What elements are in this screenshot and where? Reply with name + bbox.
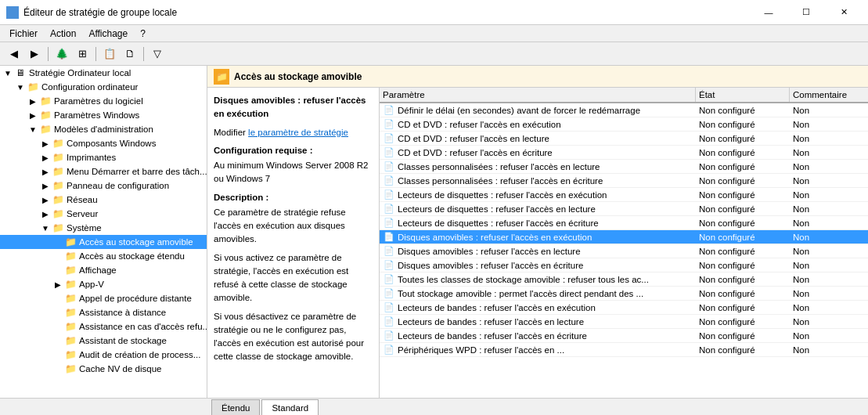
- desc-modify-link[interactable]: le paramètre de stratégie: [248, 128, 348, 137]
- tree-item-affichage[interactable]: 📁 Affichage: [0, 263, 207, 277]
- expander-modeles: ▼: [27, 125, 39, 134]
- policy-row-17[interactable]: 📄Périphériques WPD : refuser l'accès en …: [380, 343, 868, 357]
- tree-item-cache-nv[interactable]: 📁 Cache NV de disque: [0, 362, 207, 376]
- tree-item-root[interactable]: ▼ 🖥 Stratégie Ordinateur local: [0, 66, 207, 80]
- policy-state-2: Non configuré: [696, 132, 790, 145]
- close-button[interactable]: ✕: [826, 5, 862, 20]
- tree-item-audit[interactable]: 📁 Audit de création de process...: [0, 348, 207, 362]
- tab-etendu[interactable]: Étendu: [211, 399, 260, 415]
- policy-comment-15: Non: [790, 315, 868, 328]
- policy-row-7[interactable]: 📄Lecteurs de disquettes : refuser l'accè…: [380, 202, 868, 216]
- policy-list-body[interactable]: 📄Définir le délai (en secondes) avant de…: [380, 103, 868, 398]
- maximize-button[interactable]: ☐: [788, 5, 824, 20]
- grid-button[interactable]: ⊞: [73, 45, 92, 63]
- tree-label-windows: Paramètres Windows: [54, 110, 139, 120]
- app-icon: [6, 6, 19, 19]
- policy-row-11[interactable]: 📄Disques amovibles : refuser l'accès en …: [380, 258, 868, 272]
- tree-item-params-logiciel[interactable]: ▶ 📁 Paramètres du logiciel: [0, 94, 207, 108]
- tree-label-systeme: Système: [67, 223, 102, 233]
- tree-label-panneau: Panneau de configuration: [67, 181, 169, 190]
- back-button[interactable]: ◀: [5, 45, 23, 63]
- folder-icon-appel-proc: 📁: [64, 292, 77, 305]
- tree-item-reseau[interactable]: ▶ 📁 Réseau: [0, 193, 207, 207]
- menu-fichier[interactable]: Fichier: [3, 27, 44, 41]
- expander-reseau: ▶: [39, 196, 52, 204]
- tree-item-composants[interactable]: ▶ 📁 Composants Windows: [0, 136, 207, 150]
- window-controls: — ☐ ✕: [751, 5, 862, 20]
- tab-standard[interactable]: Standard: [261, 399, 319, 415]
- col-header-comment[interactable]: Commentaire: [790, 88, 868, 102]
- tree-item-config-ordinateur[interactable]: ▼ 📁 Configuration ordinateur: [0, 80, 207, 94]
- tree-item-acces-stockage[interactable]: 📁 Accès au stockage amovible: [0, 235, 207, 249]
- tree-item-systeme[interactable]: ▼ 📁 Système: [0, 221, 207, 235]
- policy-row-6[interactable]: 📄Lecteurs de disquettes : refuser l'accè…: [380, 188, 868, 202]
- menu-action[interactable]: Action: [44, 27, 82, 41]
- folder-icon-windows: 📁: [39, 109, 52, 121]
- policy-param-2: 📄CD et DVD : refuser l'accès en lecture: [380, 132, 696, 145]
- menu-affichage[interactable]: Affichage: [82, 27, 134, 41]
- minimize-button[interactable]: —: [751, 5, 787, 20]
- desc-desc-text: Ce paramètre de stratégie refuse l'accès…: [214, 206, 373, 247]
- tree-item-assistant-stockage[interactable]: 📁 Assistant de stockage: [0, 334, 207, 348]
- tree-label-appv: App-V: [79, 280, 104, 289]
- tree-label-appel-proc: Appel de procédure distante: [79, 294, 192, 303]
- policy-comment-7: Non: [790, 202, 868, 215]
- policy-row-16[interactable]: 📄Lecteurs de bandes : refuser l'accès en…: [380, 329, 868, 343]
- col-param-label: Paramètre: [383, 90, 425, 99]
- description-pane: Disques amovibles : refuser l'accès en e…: [207, 88, 380, 398]
- policy-row-9[interactable]: 📄Disques amovibles : refuser l'accès en …: [380, 230, 868, 244]
- col-header-param[interactable]: Paramètre: [380, 88, 696, 102]
- tree-item-imprimantes[interactable]: ▶ 📁 Imprimantes: [0, 150, 207, 164]
- policy-row-3[interactable]: 📄CD et DVD : refuser l'accès en écriture…: [380, 146, 868, 160]
- tree-item-appv[interactable]: ▶ 📁 App-V: [0, 277, 207, 291]
- policy-state-6: Non configuré: [696, 188, 790, 201]
- policy-icon-14: 📄: [383, 301, 395, 314]
- policy-row-0[interactable]: 📄Définir le délai (en secondes) avant de…: [380, 103, 868, 117]
- right-header-title: Accès au stockage amovible: [234, 71, 362, 82]
- policy-row-4[interactable]: 📄Classes personnalisées : refuser l'accè…: [380, 160, 868, 174]
- policy-label-17: Périphériques WPD : refuser l'accès en .…: [398, 345, 693, 355]
- desc-disable-text: Si vous désactivez ce paramètre de strat…: [214, 310, 373, 364]
- policy-row-10[interactable]: 📄Disques amovibles : refuser l'accès en …: [380, 244, 868, 258]
- tree-item-acces-stockage-etendu[interactable]: 📁 Accès au stockage étendu: [0, 249, 207, 263]
- policy-label-11: Disques amovibles : refuser l'accès en é…: [398, 261, 693, 270]
- policy-icon-4: 📄: [383, 161, 395, 173]
- tree-item-serveur[interactable]: ▶ 📁 Serveur: [0, 207, 207, 221]
- policy-icon-9: 📄: [383, 231, 395, 244]
- policy-row-2[interactable]: 📄CD et DVD : refuser l'accès en lectureN…: [380, 132, 868, 146]
- tree-item-panneau[interactable]: ▶ 📁 Panneau de configuration: [0, 179, 207, 193]
- tree-pane[interactable]: ▼ 🖥 Stratégie Ordinateur local ▼ 📁 Confi…: [0, 66, 207, 398]
- properties-button[interactable]: 📋: [100, 45, 119, 63]
- tree-label-logiciel: Paramètres du logiciel: [54, 96, 143, 106]
- title-bar-left: Éditeur de stratégie de groupe locale: [6, 6, 177, 19]
- folder-icon-assistance-acces: 📁: [64, 320, 77, 333]
- tree-item-assistance[interactable]: 📁 Assistance à distance: [0, 305, 207, 319]
- tree-label-serveur: Serveur: [67, 209, 98, 218]
- policy-row-12[interactable]: 📄Toutes les classes de stockage amovible…: [380, 272, 868, 287]
- tree-item-menu-demarrer[interactable]: ▶ 📁 Menu Démarrer et barre des tâch...: [0, 164, 207, 179]
- policy-label-4: Classes personnalisées : refuser l'accès…: [398, 162, 693, 171]
- new-button[interactable]: 🗋: [121, 45, 139, 63]
- menu-help[interactable]: ?: [134, 27, 152, 41]
- tree-item-params-windows[interactable]: ▶ 📁 Paramètres Windows: [0, 108, 207, 122]
- policy-comment-13: Non: [790, 287, 868, 300]
- col-header-state[interactable]: État: [696, 88, 790, 102]
- folder-icon-assistant-stockage: 📁: [64, 334, 77, 347]
- tree-label-audit: Audit de création de process...: [79, 350, 200, 359]
- policy-row-5[interactable]: 📄Classes personnalisées : refuser l'accè…: [380, 174, 868, 188]
- show-tree-button[interactable]: 🌲: [52, 45, 71, 63]
- tree-item-appel-proc[interactable]: 📁 Appel de procédure distante: [0, 291, 207, 305]
- tree-item-modeles[interactable]: ▼ 📁 Modèles d'administration: [0, 122, 207, 136]
- tree-item-assistance-acces[interactable]: 📁 Assistance en cas d'accès refu...: [0, 319, 207, 334]
- policy-row-8[interactable]: 📄Lecteurs de disquettes : refuser l'accè…: [380, 216, 868, 230]
- filter-button[interactable]: ▽: [148, 45, 167, 63]
- policy-row-14[interactable]: 📄Lecteurs de bandes : refuser l'accès en…: [380, 301, 868, 315]
- policy-param-14: 📄Lecteurs de bandes : refuser l'accès en…: [380, 301, 696, 314]
- policy-row-1[interactable]: 📄CD et DVD : refuser l'accès en exécutio…: [380, 117, 868, 132]
- policy-label-1: CD et DVD : refuser l'accès en exécution: [398, 120, 693, 129]
- folder-icon-affichage: 📁: [64, 264, 77, 276]
- policy-row-13[interactable]: 📄Tout stockage amovible : permet l'accès…: [380, 287, 868, 301]
- policy-row-15[interactable]: 📄Lecteurs de bandes : refuser l'accès en…: [380, 315, 868, 329]
- folder-icon-reseau: 📁: [52, 193, 64, 206]
- forward-button[interactable]: ▶: [25, 45, 44, 63]
